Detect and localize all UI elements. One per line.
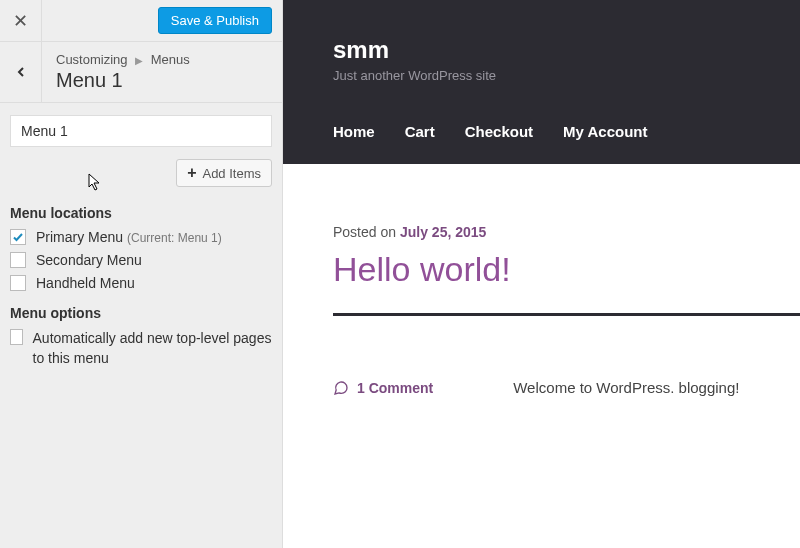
checkbox-auto-add-pages[interactable] [10, 329, 23, 345]
auto-add-row: Automatically add new top-level pages to… [10, 329, 272, 368]
breadcrumb-section: Menus [151, 52, 190, 67]
preview-header: smm Just another WordPress site Home Car… [283, 0, 800, 164]
nav-link-my-account[interactable]: My Account [563, 123, 647, 140]
comment-icon [333, 380, 349, 396]
breadcrumb: Customizing ▶ Menus Menu 1 [42, 42, 204, 102]
add-items-button[interactable]: + Add Items [176, 159, 272, 187]
location-sublabel: (Current: Menu 1) [127, 231, 222, 245]
nav-link-home[interactable]: Home [333, 123, 375, 140]
location-label: Handheld Menu [36, 275, 135, 291]
menu-options-heading: Menu options [10, 305, 272, 321]
post-meta-line: Posted on July 25, 2015 [333, 224, 800, 240]
comment-link[interactable]: 1 Comment [333, 376, 433, 400]
checkmark-icon [12, 231, 24, 243]
chevron-left-icon [13, 64, 29, 80]
menu-locations-heading: Menu locations [10, 205, 272, 221]
nav-link-checkout[interactable]: Checkout [465, 123, 533, 140]
location-row-secondary: Secondary Menu [10, 252, 272, 268]
posted-on-prefix: Posted on [333, 224, 400, 240]
menu-name-input[interactable] [10, 115, 272, 147]
post-divider [333, 313, 800, 316]
post-title[interactable]: Hello world! [333, 250, 800, 289]
save-wrap: Save & Publish [42, 0, 282, 41]
nav-link-cart[interactable]: Cart [405, 123, 435, 140]
back-button[interactable] [0, 42, 42, 102]
site-tagline: Just another WordPress site [333, 68, 800, 83]
location-label: Primary Menu [36, 229, 123, 245]
site-title[interactable]: smm [333, 36, 800, 64]
customizer-sidebar: ✕ Save & Publish Customizing ▶ Menus Men… [0, 0, 283, 548]
close-icon: ✕ [13, 10, 28, 32]
sidebar-body: + Add Items Menu locations Primary Menu … [0, 103, 282, 380]
auto-add-label: Automatically add new top-level pages to… [33, 329, 272, 368]
preview-nav: Home Cart Checkout My Account [333, 123, 800, 164]
post-date[interactable]: July 25, 2015 [400, 224, 486, 240]
location-row-primary: Primary Menu (Current: Menu 1) [10, 229, 272, 245]
close-button[interactable]: ✕ [0, 0, 42, 41]
breadcrumb-caret-icon: ▶ [135, 55, 143, 66]
location-row-handheld: Handheld Menu [10, 275, 272, 291]
post-meta-row: 1 Comment Welcome to WordPress. blogging… [333, 376, 800, 400]
comment-count-label: 1 Comment [357, 380, 433, 396]
checkbox-primary-menu[interactable] [10, 229, 26, 245]
panel-title: Menu 1 [56, 69, 190, 92]
sidebar-header: ✕ Save & Publish [0, 0, 282, 42]
cursor-icon [88, 173, 104, 193]
breadcrumb-root: Customizing [56, 52, 128, 67]
checkbox-secondary-menu[interactable] [10, 252, 26, 268]
add-items-label: Add Items [202, 166, 261, 181]
checkbox-handheld-menu[interactable] [10, 275, 26, 291]
preview-content: Posted on July 25, 2015 Hello world! 1 C… [283, 164, 800, 400]
post-excerpt: Welcome to WordPress. blogging! [513, 376, 739, 400]
save-publish-button[interactable]: Save & Publish [158, 7, 272, 34]
plus-icon: + [187, 164, 196, 182]
location-label: Secondary Menu [36, 252, 142, 268]
breadcrumb-row: Customizing ▶ Menus Menu 1 [0, 42, 282, 103]
site-preview: smm Just another WordPress site Home Car… [283, 0, 800, 548]
